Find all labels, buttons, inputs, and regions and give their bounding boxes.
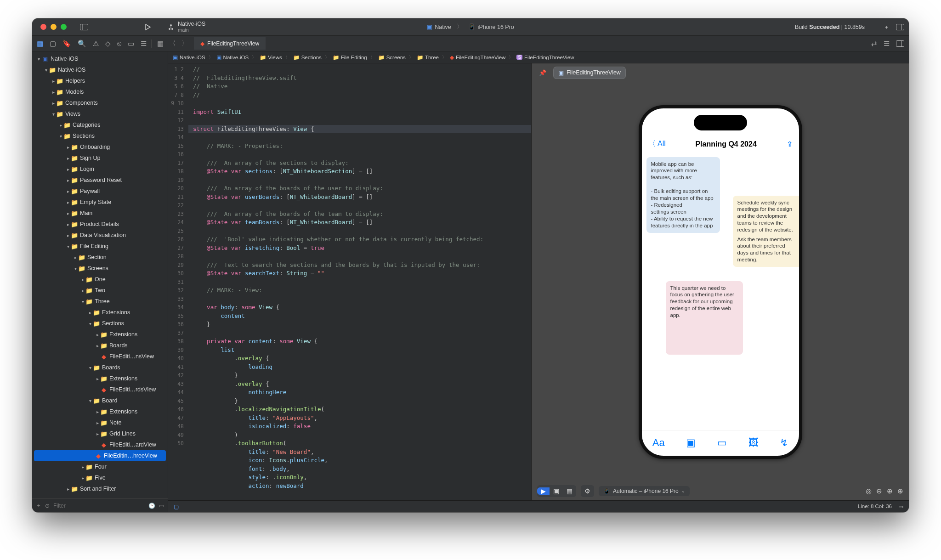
jump-bar[interactable]: ▣Native-iOS〉▣Native-iOS〉📁Views〉📁Sections… (168, 51, 909, 63)
text-tool-icon[interactable]: Aa (652, 437, 665, 449)
jump-bar-item[interactable]: 📁File Editing (333, 54, 367, 61)
jump-bar-item[interactable]: ▣Native-iOS (216, 54, 249, 61)
tree-row[interactable]: ▾📁Views (32, 108, 168, 119)
tree-row[interactable]: ▾📁Board (32, 395, 168, 406)
tree-row[interactable]: ▸📁Five (32, 472, 168, 483)
tree-row[interactable]: ▸📁Password Reset (32, 175, 168, 186)
zoom-out-icon[interactable]: ⊖ (876, 487, 882, 495)
tree-row[interactable]: ▾📁Screens (32, 263, 168, 274)
disclosure-icon[interactable]: ▸ (80, 475, 85, 481)
jump-bar-item[interactable]: 📁Views (260, 54, 282, 61)
nav-forward-icon[interactable]: 〉 (181, 39, 188, 48)
disclosure-icon[interactable]: ▸ (51, 90, 56, 95)
disclosure-icon[interactable]: ▸ (65, 200, 71, 205)
disclosure-icon[interactable]: ▸ (58, 123, 63, 128)
zoom-window[interactable] (61, 24, 67, 30)
inspectors-icon[interactable] (896, 40, 904, 47)
disclosure-icon[interactable]: ▸ (65, 145, 71, 150)
jump-bar-item[interactable]: 📁Three (417, 54, 439, 61)
tree-row[interactable]: ▸📁Models (32, 86, 168, 97)
recent-filter-icon[interactable]: 🕑 (148, 503, 155, 509)
source-control-navigator-icon[interactable]: ▢ (50, 40, 56, 48)
tree-row[interactable]: ▸📁Product Details (32, 219, 168, 230)
toggle-debug-area-icon[interactable]: ▭ (898, 503, 903, 510)
disclosure-icon[interactable]: ▸ (65, 178, 71, 183)
tree-row[interactable]: ▸📁Section (32, 252, 168, 263)
disclosure-icon[interactable]: ▸ (95, 409, 100, 414)
issue-navigator-icon[interactable]: ⚠ (93, 40, 99, 48)
device-picker[interactable]: 📱Automatic – iPhone 16 Pro⌄ (599, 486, 690, 496)
jump-bar-item[interactable]: ▣Native-iOS (173, 54, 205, 61)
editor-tab[interactable]: ◆ FileEditingThreeView (194, 37, 266, 50)
zoom-fit-icon[interactable]: ◎ (866, 487, 872, 495)
bookmark-icon[interactable]: 🔖 (62, 40, 71, 48)
disclosure-icon[interactable]: ▾ (87, 398, 93, 403)
tree-row[interactable]: ▸📁One (32, 274, 168, 285)
tree-row[interactable]: ▸📁Main (32, 208, 168, 219)
tree-row[interactable]: ▸📁Data Visualization (32, 230, 168, 241)
disclosure-icon[interactable]: ▸ (95, 376, 100, 381)
disclosure-icon[interactable]: ▸ (87, 310, 93, 315)
nav-back-icon[interactable]: 〈 (169, 39, 176, 48)
toggle-sidebar-button[interactable] (78, 21, 91, 33)
preview-chip[interactable]: ▣ FileEditingThreeView (554, 67, 625, 79)
tree-row[interactable]: ◆FileEditi…ardView (32, 439, 168, 450)
debug-navigator-icon[interactable]: ⎋ (117, 40, 121, 47)
tree-row[interactable]: ▸📁Login (32, 164, 168, 175)
tree-row[interactable]: ◆FileEditi…rdsView (32, 384, 168, 395)
adjust-editor-icon[interactable]: ⇄ (871, 40, 877, 48)
disclosure-icon[interactable]: ▾ (87, 321, 93, 326)
disclosure-icon[interactable]: ▸ (51, 79, 56, 84)
library-button[interactable] (896, 24, 904, 30)
tree-row[interactable]: ▾📁File Editing (32, 241, 168, 252)
disclosure-icon[interactable]: ▸ (95, 332, 100, 337)
run-destination[interactable]: ▣Native 〉 📱iPhone 16 Pro (427, 23, 514, 31)
jump-bar-item[interactable]: SFileEditingThreeView (516, 55, 574, 60)
tree-row[interactable]: ▸📁Extensions (32, 373, 168, 384)
tree-row[interactable]: ▸📁Extensions (32, 307, 168, 318)
back-button[interactable]: 〈 All (648, 139, 666, 149)
tree-row[interactable]: ▸📁Sort and Filter (32, 483, 168, 494)
tree-row[interactable]: ▸📁Sign Up (32, 153, 168, 164)
disclosure-icon[interactable]: ▾ (65, 244, 71, 249)
tree-row[interactable]: ▸📁Extensions (32, 329, 168, 340)
pin-preview-icon[interactable]: 📌 (536, 66, 549, 79)
shape-tool-icon[interactable]: ▭ (717, 437, 727, 449)
add-button[interactable]: ＋ (884, 23, 890, 31)
find-navigator-icon[interactable]: 🔍 (78, 40, 86, 48)
tree-row[interactable]: ▸📁Categories (32, 119, 168, 130)
image-tool-icon[interactable]: 🖼 (748, 437, 759, 449)
disclosure-icon[interactable]: ▾ (43, 68, 49, 73)
jump-bar-item[interactable]: 📁Sections (293, 54, 322, 61)
share-icon[interactable]: ⇪ (787, 140, 793, 148)
zoom-actual-icon[interactable]: ⊕ (887, 487, 893, 495)
disclosure-icon[interactable]: ▾ (73, 266, 78, 271)
breakpoint-navigator-icon[interactable]: ▭ (128, 40, 134, 48)
tree-row[interactable]: ▾📁Native-iOS (32, 64, 168, 75)
note-yellow-1[interactable]: Schedule weekly sync meetings for the de… (733, 196, 799, 238)
filter-scope-icon[interactable]: ⊙ (45, 503, 50, 509)
tree-row[interactable]: ▸📁Onboarding (32, 141, 168, 153)
disclosure-icon[interactable]: ▾ (87, 365, 93, 370)
disclosure-icon[interactable]: ▸ (65, 156, 71, 161)
note-pink[interactable]: This quarter we need to focus on gatheri… (666, 281, 743, 355)
disclosure-icon[interactable]: ▸ (65, 211, 71, 216)
tree-row[interactable]: ◆FileEditi…nsView (32, 351, 168, 362)
code-editor[interactable]: 1 2 3 4 5 6 7 8 9 10 11 12 13 14 15 16 1… (168, 63, 531, 500)
tree-row[interactable]: ▾▣Native-iOS (32, 53, 168, 64)
related-items-icon[interactable]: ▦ (157, 40, 164, 48)
zoom-in-icon[interactable]: ⊕ (897, 487, 903, 495)
project-navigator-icon[interactable]: ▦ (37, 40, 43, 48)
tree-row[interactable]: ▸📁Extensions (32, 406, 168, 417)
run-button[interactable] (141, 21, 154, 33)
disclosure-icon[interactable]: ▸ (95, 420, 100, 425)
close-window[interactable] (40, 24, 46, 30)
disclosure-icon[interactable]: ▸ (80, 288, 85, 293)
selectable-preview-button[interactable]: ▣ (550, 487, 563, 495)
tree-row[interactable]: ◆FileEditin…hreeView (34, 450, 166, 461)
tree-row[interactable]: ▸📁Paywall (32, 186, 168, 197)
disclosure-icon[interactable]: ▸ (73, 255, 78, 260)
minimize-window[interactable] (51, 24, 57, 30)
note-yellow-2[interactable]: Ask the team members about their preferr… (733, 232, 799, 267)
disclosure-icon[interactable]: ▾ (36, 57, 41, 62)
